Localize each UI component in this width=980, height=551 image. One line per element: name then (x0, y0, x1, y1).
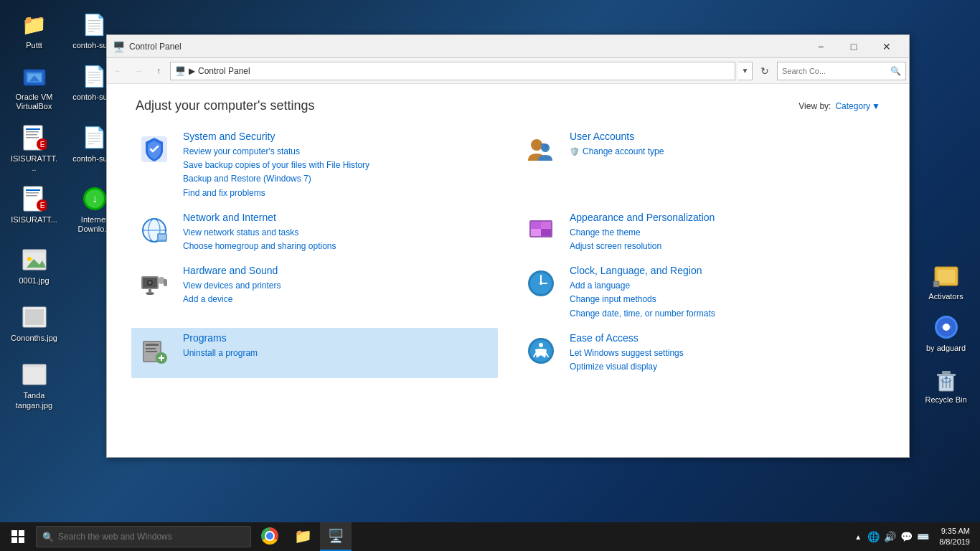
ease-of-access-title[interactable]: Ease of Access (570, 332, 684, 344)
search-icon: 🔍 (890, 66, 901, 76)
cp-main-title: Adjust your computer's settings (136, 98, 315, 113)
search-input[interactable] (782, 67, 887, 75)
tray-clock[interactable]: 9:35 AM 8/8/2019 (935, 526, 974, 548)
oracle-vm-label: Oracle VM VirtualBox (10, 93, 58, 111)
taskbar-explorer-button[interactable]: 📁 (287, 522, 319, 551)
clock-language-link-0[interactable]: Add a language (570, 279, 715, 293)
svg-rect-64 (164, 279, 167, 286)
system-security-icon (136, 131, 173, 168)
putty-icon: 📁 (20, 10, 49, 39)
hardware-sound-title[interactable]: Hardware and Sound (183, 265, 281, 276)
svg-rect-55 (531, 229, 541, 236)
shield-small-icon: 🛡️ (570, 147, 580, 156)
appearance-content: Appearance and Personalization Change th… (570, 212, 715, 253)
programs-link-0[interactable]: Uninstall a program (183, 347, 258, 360)
tray-expand-icon[interactable]: ▲ (854, 533, 862, 541)
viewby-dropdown[interactable]: Category ▼ (835, 101, 880, 111)
system-security-link-2[interactable]: Backup and Restore (Windows 7) (183, 172, 369, 186)
refresh-button[interactable]: ↻ (755, 62, 774, 80)
appearance-link-1[interactable]: Adjust screen resolution (570, 240, 715, 253)
start-button[interactable] (0, 522, 36, 551)
desktop-icon-adguard[interactable]: by adguard (919, 310, 973, 356)
activators-icon (932, 261, 961, 290)
desktop-icons-right: Activators by adguard (919, 7, 973, 408)
svg-rect-54 (541, 229, 551, 236)
back-button[interactable]: ← (110, 62, 127, 80)
system-security-title[interactable]: System and Security (183, 131, 369, 142)
user-accounts-title[interactable]: User Accounts (570, 131, 664, 142)
svg-text:↓: ↓ (92, 192, 98, 204)
category-programs: Programs Uninstall a program (131, 328, 498, 378)
svg-rect-5 (26, 128, 40, 130)
address-path[interactable]: 🖥️ ▶ Control Panel (170, 62, 735, 80)
keyboard-tray-icon[interactable]: ⌨️ (917, 531, 929, 542)
desktop-icon-putty[interactable]: 📁 Puttt (7, 7, 61, 53)
taskbar-app3-button[interactable]: 🖥️ (320, 522, 352, 551)
clock-language-link-2[interactable]: Change date, time, or number formats (570, 307, 715, 321)
app3-icon: 🖥️ (328, 528, 344, 544)
clock-language-title[interactable]: Clock, Language, and Region (570, 265, 715, 276)
up-button[interactable]: ↑ (150, 62, 167, 80)
tray-date: 8/8/2019 (939, 537, 970, 547)
ease-of-access-link-0[interactable]: Let Windows suggest settings (570, 347, 684, 360)
network-internet-link-0[interactable]: View network status and tasks (183, 226, 336, 240)
appearance-icon (522, 212, 560, 249)
explorer-icon: 📁 (294, 527, 312, 545)
activators-label: Activators (928, 292, 963, 301)
search-box[interactable]: 🔍 (777, 62, 906, 80)
close-button[interactable]: ✕ (870, 35, 903, 58)
taskbar-tray: ▲ 🌐 🔊 💬 ⌨️ 9:35 AM 8/8/2019 (854, 526, 980, 548)
forward-button[interactable]: → (130, 62, 147, 80)
address-icon: 🖥️ (175, 66, 186, 76)
svg-text:E: E (39, 141, 44, 149)
user-accounts-link-0[interactable]: Change account type (583, 145, 664, 159)
desktop: 📁 Puttt 📄 contoh-sur... Oracle VM Virtua… (0, 0, 980, 551)
internet-download-icon: ↓ (80, 184, 109, 213)
desktop-icon-isisurattt[interactable]: E ISISURATTT... (7, 121, 61, 176)
taskbar-chrome-button[interactable] (254, 522, 286, 551)
taskbar-search-bar[interactable]: 🔍 (36, 526, 251, 547)
desktop-icon-cononths[interactable]: Cononths.jpg (7, 300, 61, 352)
svg-rect-53 (531, 222, 541, 229)
desktop-icon-0001jpg[interactable]: 0001.jpg (7, 242, 61, 294)
0001jpg-label: 0001.jpg (19, 276, 49, 286)
clock-language-content: Clock, Language, and Region Add a langua… (570, 265, 715, 321)
svg-point-22 (27, 257, 32, 261)
document-icon-2: 📄 (80, 62, 109, 90)
ease-of-access-content: Ease of Access Let Windows suggest setti… (570, 332, 684, 374)
appearance-title[interactable]: Appearance and Personalization (570, 212, 715, 223)
hardware-sound-link-1[interactable]: Add a device (183, 293, 281, 306)
taskbar: 🔍 📁 🖥️ ▲ 🌐 🔊 💬 ⌨️ (0, 522, 980, 551)
maximize-button[interactable]: □ (837, 35, 870, 58)
clock-language-link-1[interactable]: Change input methods (570, 293, 715, 306)
desktop-icon-tanda-tangan[interactable]: Tanda tangan.jpg (7, 357, 61, 413)
system-security-link-1[interactable]: Save backup copies of your files with Fi… (183, 159, 369, 172)
isisurattt-icon: E (20, 123, 49, 152)
address-dropdown[interactable]: ▼ (738, 62, 753, 80)
svg-rect-62 (149, 289, 151, 293)
isisuratt-label: ISISURATT... (11, 215, 57, 225)
svg-rect-50 (159, 235, 166, 240)
notifications-tray-icon[interactable]: 💬 (900, 531, 913, 542)
minimize-button[interactable]: − (804, 35, 837, 58)
svg-rect-6 (26, 131, 39, 133)
tanda-tangan-icon (20, 360, 49, 389)
volume-tray-icon[interactable]: 🔊 (884, 531, 896, 542)
desktop-icon-oracle-vm[interactable]: Oracle VM VirtualBox (7, 59, 61, 114)
window-titlebar: 🖥️ Control Panel − □ ✕ (107, 35, 909, 58)
system-security-link-0[interactable]: Review your computer's status (183, 145, 369, 159)
network-internet-link-1[interactable]: Choose homegroup and sharing options (183, 240, 336, 253)
programs-title[interactable]: Programs (183, 332, 258, 344)
taskbar-search-input[interactable] (58, 532, 245, 542)
desktop-icon-activators[interactable]: Activators (919, 258, 973, 304)
system-security-link-3[interactable]: Find and fix problems (183, 187, 369, 200)
taskbar-apps: 📁 🖥️ (254, 522, 352, 551)
desktop-icon-recycle-bin[interactable]: Recycle Bin (919, 362, 973, 408)
appearance-link-0[interactable]: Change the theme (570, 226, 715, 240)
ease-of-access-link-1[interactable]: Optimize visual display (570, 360, 684, 374)
desktop-icon-isisuratt[interactable]: E ISISURATT... (7, 182, 61, 237)
hardware-sound-link-0[interactable]: View devices and printers (183, 279, 281, 293)
svg-rect-27 (23, 364, 46, 367)
network-tray-icon[interactable]: 🌐 (867, 531, 880, 542)
network-internet-title[interactable]: Network and Internet (183, 212, 336, 223)
